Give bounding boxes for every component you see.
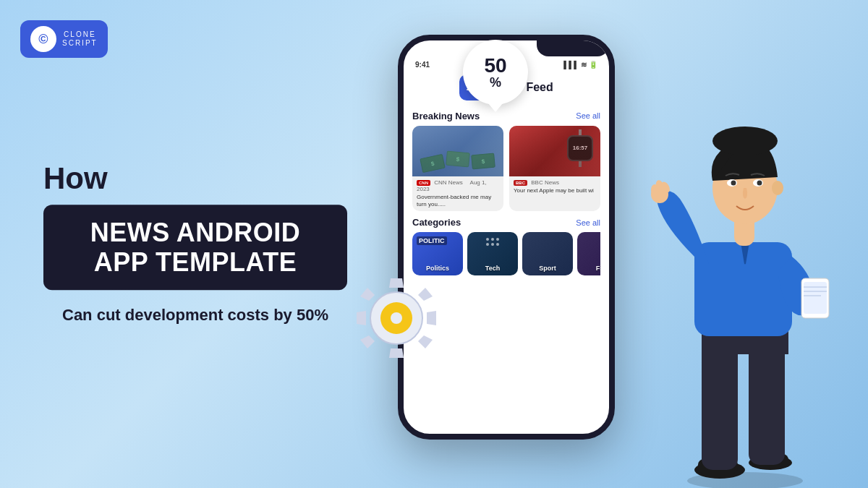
title-line1: NEWS ANDROID: [90, 218, 301, 247]
phone-notch: [537, 40, 609, 56]
news-card-1[interactable]: $ $ $ CNN: [412, 126, 503, 212]
card1-text: Government-backed me may turn you.....: [417, 194, 499, 209]
category-politics[interactable]: POLITIC Politics: [412, 232, 463, 275]
title-line2: APP TEMPLATE: [94, 247, 297, 277]
sport-label: Sport: [539, 265, 556, 272]
svg-point-27: [712, 127, 778, 155]
finance-label: Fina: [596, 265, 600, 272]
tech-decoration: [486, 238, 499, 246]
news-cards-row: $ $ $ CNN: [412, 126, 600, 212]
category-finance[interactable]: Fina: [577, 232, 600, 275]
categories-row: POLITIC Politics Tech Sport Fina: [412, 232, 600, 275]
logo-container: © Clone SCRIPT: [20, 20, 108, 58]
politics-label: Politics: [426, 265, 449, 272]
gear-decoration: [353, 275, 440, 361]
category-tech[interactable]: Tech: [467, 232, 518, 275]
phone-screen: News Feed Breaking News See all $: [404, 69, 609, 426]
person-illustration: [644, 69, 846, 488]
how-heading: How: [43, 161, 347, 196]
news-card-2[interactable]: 16:57 BBC BBC News Your next Apple may b…: [509, 126, 600, 212]
card1-source: CNN CNN News Aug 1, 2023: [417, 179, 499, 192]
percent-circle: 50 %: [463, 40, 528, 105]
svg-point-30: [731, 181, 736, 186]
percent-badge: 50 %: [463, 40, 535, 112]
main-title-box: NEWS ANDROID APP TEMPLATE: [43, 205, 347, 291]
percent-sign: %: [490, 76, 501, 89]
card2-source: BBC BBC News: [514, 179, 596, 186]
logo-tagline: SCRIPT: [62, 39, 98, 48]
categories-label: Categories: [412, 217, 461, 228]
logo-name: Clone: [62, 30, 98, 39]
status-icons: ▌▌▌ ≋ 🔋: [563, 61, 597, 69]
politics-icon-label: POLITIC: [417, 236, 447, 245]
svg-rect-12: [702, 336, 738, 470]
card2-image: 16:57: [509, 126, 600, 176]
card2-info: BBC BBC News Your next Apple may be buil…: [509, 176, 600, 197]
svg-point-2: [391, 312, 402, 324]
left-content: How NEWS ANDROID APP TEMPLATE Can cut de…: [43, 161, 347, 328]
svg-point-28: [772, 181, 783, 195]
card1-image: $ $ $: [412, 126, 503, 176]
subtitle: Can cut development costs by 50%: [43, 304, 347, 327]
card1-info: CNN CNN News Aug 1, 2023 Government-back…: [412, 176, 503, 212]
status-time: 9:41: [415, 61, 430, 69]
categories-header: Categories See all: [412, 217, 600, 228]
category-sport[interactable]: Sport: [522, 232, 573, 275]
main-title: NEWS ANDROID APP TEMPLATE: [61, 218, 330, 278]
percent-number: 50: [484, 56, 506, 76]
card2-text: Your next Apple may be built wi: [514, 187, 596, 194]
categories-see-all[interactable]: See all: [576, 218, 600, 227]
breaking-news-see-all[interactable]: See all: [576, 111, 600, 120]
logo-text: Clone SCRIPT: [62, 30, 98, 48]
logo-icon: ©: [30, 26, 56, 52]
tech-label: Tech: [485, 265, 500, 272]
svg-point-32: [757, 181, 762, 186]
